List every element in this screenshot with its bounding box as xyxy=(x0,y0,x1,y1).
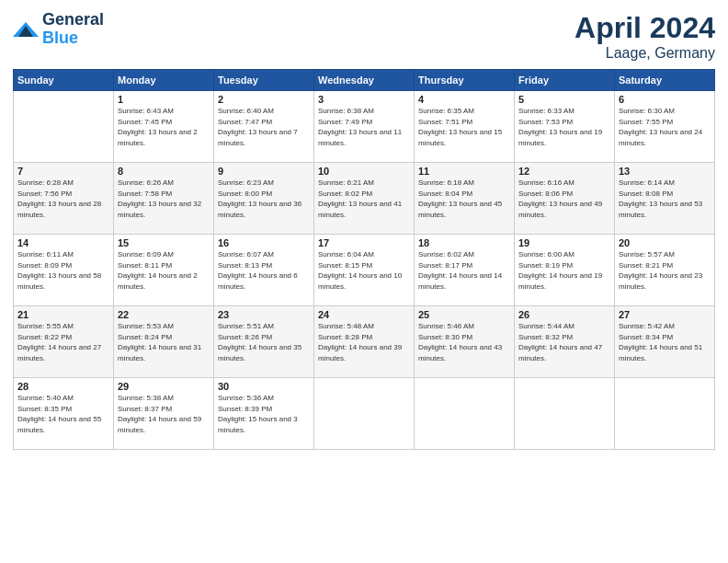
day-number: 26 xyxy=(518,309,610,320)
day-info: Sunrise: 6:28 AMSunset: 7:56 PMDaylight:… xyxy=(17,178,109,220)
day-info: Sunrise: 6:16 AMSunset: 8:06 PMDaylight:… xyxy=(518,178,610,220)
calendar-cell: 14Sunrise: 6:11 AMSunset: 8:09 PMDayligh… xyxy=(14,235,114,306)
day-info: Sunrise: 6:14 AMSunset: 8:08 PMDaylight:… xyxy=(619,178,711,220)
day-number: 18 xyxy=(418,237,510,248)
calendar-header-row: Sunday Monday Tuesday Wednesday Thursday… xyxy=(14,70,715,91)
header-tuesday: Tuesday xyxy=(214,70,314,91)
day-number: 15 xyxy=(118,237,210,248)
logo: GeneralBlue xyxy=(13,11,104,48)
day-info: Sunrise: 6:43 AMSunset: 7:45 PMDaylight:… xyxy=(118,106,210,148)
calendar-cell: 10Sunrise: 6:21 AMSunset: 8:02 PMDayligh… xyxy=(314,163,415,235)
day-number: 19 xyxy=(518,237,610,248)
title-month: April 2024 xyxy=(574,11,715,45)
calendar-cell: 20Sunrise: 5:57 AMSunset: 8:21 PMDayligh… xyxy=(615,235,715,306)
calendar-week-row: 1Sunrise: 6:43 AMSunset: 7:45 PMDaylight… xyxy=(14,91,715,163)
logo-text: GeneralBlue xyxy=(42,11,104,48)
header-sunday: Sunday xyxy=(14,70,114,91)
calendar-cell: 19Sunrise: 6:00 AMSunset: 8:19 PMDayligh… xyxy=(515,235,615,306)
calendar-cell: 6Sunrise: 6:30 AMSunset: 7:55 PMDaylight… xyxy=(615,91,715,163)
page-header: GeneralBlue April 2024 Laage, Germany xyxy=(13,11,715,62)
day-info: Sunrise: 6:21 AMSunset: 8:02 PMDaylight:… xyxy=(318,178,410,220)
day-info: Sunrise: 6:23 AMSunset: 8:00 PMDaylight:… xyxy=(218,178,310,220)
calendar-cell: 26Sunrise: 5:44 AMSunset: 8:32 PMDayligh… xyxy=(515,306,615,378)
day-number: 11 xyxy=(418,166,510,177)
day-info: Sunrise: 6:09 AMSunset: 8:11 PMDaylight:… xyxy=(118,249,210,292)
calendar-cell: 28Sunrise: 5:40 AMSunset: 8:35 PMDayligh… xyxy=(14,378,114,450)
calendar-cell: 12Sunrise: 6:16 AMSunset: 8:06 PMDayligh… xyxy=(515,163,615,235)
day-number: 7 xyxy=(17,166,109,177)
day-number: 20 xyxy=(619,237,711,248)
day-number: 9 xyxy=(218,166,310,177)
calendar-cell xyxy=(14,91,114,163)
calendar-week-row: 28Sunrise: 5:40 AMSunset: 8:35 PMDayligh… xyxy=(14,378,715,450)
day-number: 3 xyxy=(318,94,410,105)
calendar-cell: 23Sunrise: 5:51 AMSunset: 8:26 PMDayligh… xyxy=(214,306,314,378)
day-info: Sunrise: 6:07 AMSunset: 8:13 PMDaylight:… xyxy=(218,249,310,292)
day-info: Sunrise: 5:38 AMSunset: 8:37 PMDaylight:… xyxy=(118,393,210,435)
day-info: Sunrise: 5:48 AMSunset: 8:28 PMDaylight:… xyxy=(318,321,410,363)
day-info: Sunrise: 6:40 AMSunset: 7:47 PMDaylight:… xyxy=(218,106,310,148)
calendar-cell: 9Sunrise: 6:23 AMSunset: 8:00 PMDaylight… xyxy=(214,163,314,235)
day-number: 27 xyxy=(619,309,711,320)
day-number: 13 xyxy=(619,166,711,177)
calendar-cell: 24Sunrise: 5:48 AMSunset: 8:28 PMDayligh… xyxy=(314,306,415,378)
calendar-cell xyxy=(615,378,715,450)
calendar-cell xyxy=(314,378,415,450)
day-info: Sunrise: 5:42 AMSunset: 8:34 PMDaylight:… xyxy=(619,321,711,363)
day-info: Sunrise: 5:44 AMSunset: 8:32 PMDaylight:… xyxy=(518,321,610,363)
calendar-cell: 3Sunrise: 6:38 AMSunset: 7:49 PMDaylight… xyxy=(314,91,415,163)
calendar-cell: 22Sunrise: 5:53 AMSunset: 8:24 PMDayligh… xyxy=(114,306,214,378)
day-info: Sunrise: 6:02 AMSunset: 8:17 PMDaylight:… xyxy=(418,249,510,292)
calendar-table: Sunday Monday Tuesday Wednesday Thursday… xyxy=(13,69,715,450)
calendar-cell: 15Sunrise: 6:09 AMSunset: 8:11 PMDayligh… xyxy=(114,235,214,306)
day-number: 12 xyxy=(518,166,610,177)
header-wednesday: Wednesday xyxy=(314,70,415,91)
calendar-cell: 11Sunrise: 6:18 AMSunset: 8:04 PMDayligh… xyxy=(415,163,515,235)
calendar-cell: 13Sunrise: 6:14 AMSunset: 8:08 PMDayligh… xyxy=(615,163,715,235)
day-info: Sunrise: 6:35 AMSunset: 7:51 PMDaylight:… xyxy=(418,106,510,148)
calendar-cell: 21Sunrise: 5:55 AMSunset: 8:22 PMDayligh… xyxy=(14,306,114,378)
calendar-cell: 2Sunrise: 6:40 AMSunset: 7:47 PMDaylight… xyxy=(214,91,314,163)
day-number: 28 xyxy=(17,381,109,392)
day-info: Sunrise: 6:18 AMSunset: 8:04 PMDaylight:… xyxy=(418,178,510,220)
calendar-cell: 30Sunrise: 5:36 AMSunset: 8:39 PMDayligh… xyxy=(214,378,314,450)
day-number: 24 xyxy=(318,309,410,320)
page-container: GeneralBlue April 2024 Laage, Germany Su… xyxy=(0,0,728,563)
calendar-cell: 29Sunrise: 5:38 AMSunset: 8:37 PMDayligh… xyxy=(114,378,214,450)
day-info: Sunrise: 5:36 AMSunset: 8:39 PMDaylight:… xyxy=(218,393,310,435)
title-location: Laage, Germany xyxy=(574,45,715,62)
header-friday: Friday xyxy=(515,70,615,91)
day-info: Sunrise: 6:30 AMSunset: 7:55 PMDaylight:… xyxy=(619,106,711,148)
calendar-cell: 16Sunrise: 6:07 AMSunset: 8:13 PMDayligh… xyxy=(214,235,314,306)
header-monday: Monday xyxy=(114,70,214,91)
day-number: 2 xyxy=(218,94,310,105)
day-info: Sunrise: 6:04 AMSunset: 8:15 PMDaylight:… xyxy=(318,249,410,292)
calendar-cell xyxy=(515,378,615,450)
day-number: 25 xyxy=(418,309,510,320)
day-number: 5 xyxy=(518,94,610,105)
day-number: 4 xyxy=(418,94,510,105)
day-number: 23 xyxy=(218,309,310,320)
day-number: 14 xyxy=(17,237,109,248)
calendar-cell: 4Sunrise: 6:35 AMSunset: 7:51 PMDaylight… xyxy=(415,91,515,163)
day-info: Sunrise: 5:55 AMSunset: 8:22 PMDaylight:… xyxy=(17,321,109,363)
day-info: Sunrise: 6:00 AMSunset: 8:19 PMDaylight:… xyxy=(518,249,610,292)
calendar-cell: 25Sunrise: 5:46 AMSunset: 8:30 PMDayligh… xyxy=(415,306,515,378)
header-saturday: Saturday xyxy=(615,70,715,91)
day-number: 21 xyxy=(17,309,109,320)
header-thursday: Thursday xyxy=(415,70,515,91)
calendar-cell: 27Sunrise: 5:42 AMSunset: 8:34 PMDayligh… xyxy=(615,306,715,378)
day-number: 22 xyxy=(118,309,210,320)
day-info: Sunrise: 5:53 AMSunset: 8:24 PMDaylight:… xyxy=(118,321,210,363)
day-number: 1 xyxy=(118,94,210,105)
day-info: Sunrise: 6:26 AMSunset: 7:58 PMDaylight:… xyxy=(118,178,210,220)
calendar-cell xyxy=(415,378,515,450)
calendar-cell: 1Sunrise: 6:43 AMSunset: 7:45 PMDaylight… xyxy=(114,91,214,163)
day-number: 29 xyxy=(118,381,210,392)
day-number: 17 xyxy=(318,237,410,248)
day-info: Sunrise: 6:38 AMSunset: 7:49 PMDaylight:… xyxy=(318,106,410,148)
day-number: 30 xyxy=(218,381,310,392)
day-number: 6 xyxy=(619,94,711,105)
title-block: April 2024 Laage, Germany xyxy=(574,11,715,62)
calendar-cell: 8Sunrise: 6:26 AMSunset: 7:58 PMDaylight… xyxy=(114,163,214,235)
